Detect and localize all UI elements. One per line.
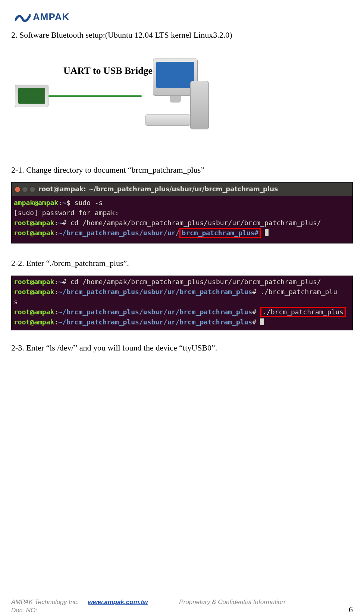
highlight-box-1: brcm_patchram_plus#	[179, 228, 261, 238]
step-2-3-heading: 2-3. Enter “ls /dev/” and you will found…	[11, 343, 353, 353]
bridge-label: UART to USB Bridge	[63, 65, 153, 76]
page-number: 6	[349, 605, 353, 615]
terminal-2-body: root@ampak:~# cd /home/ampak/brcm_patchr…	[12, 276, 352, 330]
footer-confidential: Proprietary & Confidential Information	[179, 598, 285, 606]
usb-cable-icon	[48, 95, 142, 97]
page-footer: AMPAK Technology Inc. www.ampak.com.tw P…	[11, 598, 353, 615]
step-2-1-heading: 2-1. Change directory to document “brcm_…	[11, 165, 353, 175]
step-2-2-heading: 2-2. Enter “./brcm_patchram_plus”.	[11, 258, 353, 268]
footer-company: AMPAK Technology Inc.	[11, 598, 79, 606]
footer-docno: Doc. NO:	[11, 606, 285, 615]
pc-icon	[142, 59, 209, 133]
uart-module-icon	[15, 85, 48, 107]
ampak-wave-icon	[15, 12, 31, 22]
step-2-heading: 2. Software Bluetooth setup:(Ubuntu 12.0…	[11, 30, 353, 40]
terminal-1-titlebar: root@ampak: ~/brcm_patchram_plus/usbur/u…	[12, 183, 352, 196]
terminal-1-title: root@ampak: ~/brcm_patchram_plus/usbur/u…	[38, 185, 278, 194]
terminal-2: root@ampak:~# cd /home/ampak/brcm_patchr…	[11, 276, 353, 330]
footer-link[interactable]: www.ampak.com.tw	[88, 598, 148, 606]
cursor-icon	[265, 229, 269, 236]
logo-text: AMPAK	[33, 11, 69, 23]
terminal-1-body: ampak@ampak:~$ sudo -s [sudo] password f…	[12, 196, 352, 243]
cursor-icon	[260, 318, 264, 325]
uart-usb-figure: UART to USB Bridge	[11, 59, 353, 155]
window-buttons-icon	[15, 186, 35, 192]
terminal-1: root@ampak: ~/brcm_patchram_plus/usbur/u…	[11, 182, 353, 243]
highlight-box-2: ./brcm_patchram_plus	[260, 307, 346, 317]
company-logo: AMPAK	[15, 11, 353, 23]
